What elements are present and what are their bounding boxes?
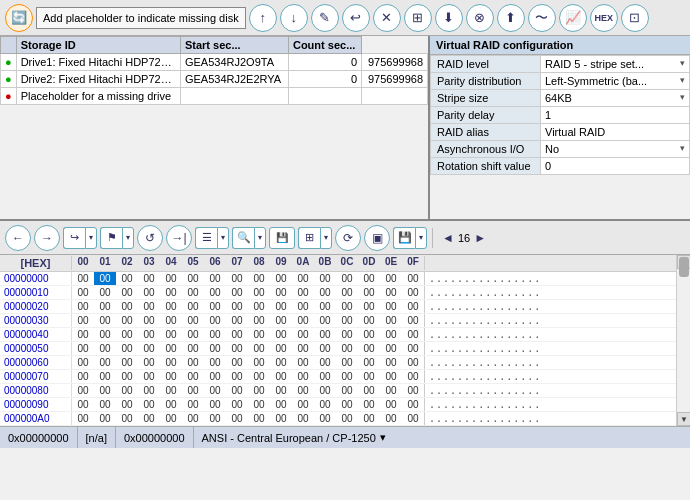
hex-byte-cell[interactable]: 00	[138, 328, 160, 341]
hex-byte-cell[interactable]: 00	[138, 398, 160, 411]
drive-row[interactable]: ● Placeholder for a missing drive	[1, 88, 428, 105]
hex-byte-cell[interactable]: 00	[358, 398, 380, 411]
placeholder-icon[interactable]: 🔄	[5, 4, 33, 32]
hex-byte-cell[interactable]: 00	[182, 370, 204, 383]
raid-field-value[interactable]: Left-Symmetric (ba...▾	[541, 73, 690, 90]
save-button[interactable]: 💾	[393, 227, 415, 249]
toggle-button[interactable]: ▣	[364, 225, 390, 251]
hex-byte-cell[interactable]: 00	[182, 300, 204, 313]
hex-byte-cell[interactable]: 00	[402, 370, 424, 383]
hex-byte-cell[interactable]: 00	[72, 384, 94, 397]
flag-button[interactable]: ⚑	[100, 227, 122, 249]
hex-byte-cell[interactable]: 00	[72, 398, 94, 411]
hex-byte-cell[interactable]: 00	[270, 328, 292, 341]
hex-byte-cell[interactable]: 00	[292, 412, 314, 425]
hex-byte-cell[interactable]: 00	[380, 412, 402, 425]
raid-field-value[interactable]: 64KB▾	[541, 90, 690, 107]
hex-byte-cell[interactable]: 00	[292, 272, 314, 285]
hex-byte-cell[interactable]: 00	[292, 286, 314, 299]
hex-byte-cell[interactable]: 00	[380, 370, 402, 383]
hex-byte-cell[interactable]: 00	[116, 370, 138, 383]
hex-byte-cell[interactable]: 00	[204, 300, 226, 313]
hex-byte-cell[interactable]: 00	[160, 286, 182, 299]
hex-byte-cell[interactable]: 00	[314, 272, 336, 285]
hex-byte-cell[interactable]: 00	[336, 328, 358, 341]
hex-row-address[interactable]: 00000020	[0, 300, 72, 313]
hex-row-address[interactable]: 00000000	[0, 272, 72, 285]
hex-byte-cell[interactable]: 00	[72, 300, 94, 313]
hex-byte-cell[interactable]: 00	[336, 300, 358, 313]
undo-button[interactable]: ↩	[342, 4, 370, 32]
hex-byte-cell[interactable]: 00	[226, 328, 248, 341]
hex-byte-cell[interactable]: 00	[72, 370, 94, 383]
edit-button[interactable]: ✎	[311, 4, 339, 32]
hex-byte-cell[interactable]: 00	[72, 356, 94, 369]
hex-byte-cell[interactable]: 00	[72, 342, 94, 355]
hex-byte-cell[interactable]: 00	[182, 398, 204, 411]
hex-byte-cell[interactable]: 00	[336, 286, 358, 299]
hex-byte-cell[interactable]: 00	[358, 272, 380, 285]
hex-byte-cell[interactable]: 00	[292, 328, 314, 341]
layers-button[interactable]: ⊗	[466, 4, 494, 32]
hex-byte-cell[interactable]: 00	[116, 328, 138, 341]
menu-button[interactable]: ☰	[195, 227, 217, 249]
hex-byte-cell[interactable]: 00	[270, 286, 292, 299]
hex-byte-cell[interactable]: 00	[72, 314, 94, 327]
hex-byte-cell[interactable]: 00	[358, 286, 380, 299]
hex-byte-cell[interactable]: 00	[72, 328, 94, 341]
hex-byte-cell[interactable]: 00	[94, 342, 116, 355]
hex-byte-cell[interactable]: 00	[204, 342, 226, 355]
hex-byte-cell[interactable]: 00	[138, 286, 160, 299]
hex-byte-cell[interactable]: 00	[270, 300, 292, 313]
drive-row[interactable]: ● Drive2: Fixed Hitachi HDP7250... GEA53…	[1, 71, 428, 88]
hex-byte-cell[interactable]: 00	[402, 328, 424, 341]
hex-byte-cell[interactable]: 00	[270, 272, 292, 285]
hex-byte-cell[interactable]: 00	[380, 314, 402, 327]
hex-byte-cell[interactable]: 00	[314, 300, 336, 313]
hex-byte-cell[interactable]: 00	[182, 342, 204, 355]
hex-byte-cell[interactable]: 00	[336, 272, 358, 285]
hex-byte-cell[interactable]: 00	[314, 370, 336, 383]
hex-byte-cell[interactable]: 00	[94, 286, 116, 299]
hex-byte-cell[interactable]: 00	[336, 384, 358, 397]
hex-byte-cell[interactable]: 00	[248, 384, 270, 397]
hex-byte-cell[interactable]: 00	[336, 314, 358, 327]
hex-byte-cell[interactable]: 00	[182, 272, 204, 285]
hex-row-address[interactable]: 00000030	[0, 314, 72, 327]
hex-byte-cell[interactable]: 00	[182, 328, 204, 341]
hex-byte-cell[interactable]: 00	[248, 328, 270, 341]
square-button[interactable]: ⊡	[621, 4, 649, 32]
hex-byte-cell[interactable]: 00	[358, 342, 380, 355]
status-encoding[interactable]: ANSI - Central European / CP-1250 ▾	[194, 427, 690, 448]
scroll-down-arrow[interactable]: ▼	[677, 412, 690, 426]
hex-byte-cell[interactable]: 00	[336, 370, 358, 383]
hex-byte-cell[interactable]: 00	[292, 300, 314, 313]
page-next-arrow[interactable]: ►	[474, 231, 486, 245]
hex-row-address[interactable]: 00000040	[0, 328, 72, 341]
drive-row[interactable]: ● Drive1: Fixed Hitachi HDP7250... GEA53…	[1, 54, 428, 71]
hex-byte-cell[interactable]: 00	[358, 328, 380, 341]
hex-byte-cell[interactable]: 00	[160, 300, 182, 313]
hex-byte-cell[interactable]: 00	[402, 356, 424, 369]
hex-byte-cell[interactable]: 00	[182, 412, 204, 425]
hex-byte-cell[interactable]: 00	[358, 314, 380, 327]
menu-arrow[interactable]: ▾	[217, 227, 229, 249]
hex-byte-cell[interactable]: 00	[292, 398, 314, 411]
hex-byte-cell[interactable]: 00	[94, 370, 116, 383]
hex-byte-cell[interactable]: 00	[314, 328, 336, 341]
hex-byte-cell[interactable]: 00	[116, 272, 138, 285]
scrollbar-thumb[interactable]	[679, 257, 689, 277]
hex-byte-cell[interactable]: 00	[94, 328, 116, 341]
page-prev-arrow[interactable]: ◄	[442, 231, 454, 245]
hex-byte-cell[interactable]: 00	[160, 412, 182, 425]
close-button[interactable]: ✕	[373, 4, 401, 32]
hex-byte-cell[interactable]: 00	[270, 342, 292, 355]
hex-byte-cell[interactable]: 00	[226, 342, 248, 355]
hex-byte-cell[interactable]: 00	[380, 398, 402, 411]
hex-byte-cell[interactable]: 00	[336, 398, 358, 411]
hex-byte-cell[interactable]: 00	[116, 286, 138, 299]
hex-byte-cell[interactable]: 00	[358, 384, 380, 397]
hex-byte-cell[interactable]: 00	[116, 412, 138, 425]
hex-byte-cell[interactable]: 00	[314, 398, 336, 411]
hex-byte-cell[interactable]: 00	[358, 300, 380, 313]
